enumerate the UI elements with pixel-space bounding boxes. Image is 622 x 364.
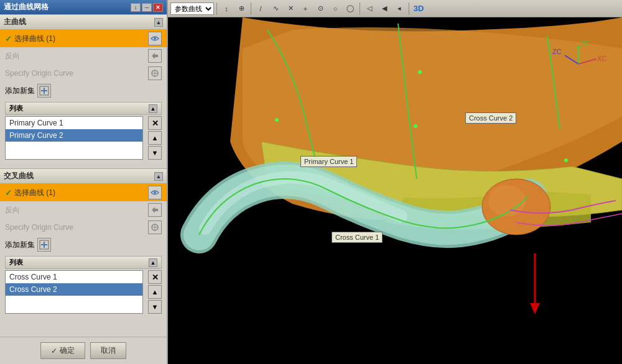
cancel-label: 取消 <box>101 345 116 356</box>
cross-list-down-btn[interactable]: ▼ <box>148 300 162 314</box>
cross-list-controls: ✕ ▲ ▼ <box>148 270 162 314</box>
svg-point-21 <box>418 70 422 74</box>
toolbar-btn-arrow-up[interactable]: ↕ <box>220 2 233 16</box>
cross-select-icon-btn[interactable] <box>148 186 162 199</box>
cross-list-delete-btn[interactable]: ✕ <box>148 270 162 284</box>
cross-list-collapse-btn[interactable]: ▲ <box>149 258 157 267</box>
primary-list-up-btn[interactable]: ▲ <box>148 131 162 145</box>
cross-list-container: Cross Curve 1 Cross Curve 2 ✕ ▲ ▼ <box>5 270 162 314</box>
cross-reverse-label: 反向 <box>5 205 146 216</box>
primary-check-icon: ✓ <box>5 34 12 43</box>
toolbar-btn-wave[interactable]: ∿ <box>269 2 282 16</box>
3d-scene: XC YC ZC <box>168 17 622 364</box>
panel-content: 主曲线 ▲ ✓ 选择曲线 (1) 反向 Specify Origin C <box>0 14 167 337</box>
panel-title: 通过曲线网格 <box>4 2 49 12</box>
toolbar-separator-1 <box>216 2 217 15</box>
primary-collapse-btn[interactable]: ▲ <box>154 18 163 27</box>
cross-curve-1-label: Cross Curve 1 <box>332 232 383 243</box>
cross-list-title: 列表 <box>9 258 23 267</box>
ok-button[interactable]: ✓ 确定 <box>40 342 85 359</box>
primary-specify-origin-icon-btn[interactable] <box>148 66 162 80</box>
primary-select-icon-btn[interactable] <box>148 32 162 45</box>
primary-select-curve-row: ✓ 选择曲线 (1) <box>0 30 167 47</box>
cross-add-new-set-btn[interactable] <box>37 238 51 252</box>
svg-point-7 <box>154 191 156 194</box>
toolbar-separator-2 <box>251 2 251 15</box>
primary-list-down-btn[interactable]: ▼ <box>148 146 162 160</box>
toolbar-btn-plus[interactable]: + <box>299 2 312 16</box>
cross-specify-origin-icon-btn[interactable] <box>148 221 162 234</box>
cross-collapse-btn[interactable]: ▲ <box>154 172 163 181</box>
toolbar-btn-small-arrow[interactable]: ◂ <box>392 2 406 16</box>
primary-add-new-set-btn[interactable] <box>37 84 51 98</box>
titlebar-buttons: ↕ ─ ✕ <box>131 3 163 12</box>
curve-type-dropdown[interactable]: 参数曲线 <box>170 2 214 15</box>
primary-reverse-label: 反向 <box>5 51 146 61</box>
cross-list-up-btn[interactable]: ▲ <box>148 285 162 299</box>
primary-list-collapse-btn[interactable]: ▲ <box>149 104 157 113</box>
add-icon <box>39 86 49 96</box>
primary-list-item-2[interactable]: Primary Curve 2 <box>6 129 142 142</box>
primary-reverse-icon-btn[interactable] <box>148 49 162 63</box>
cross-list-item-2[interactable]: Cross Curve 2 <box>6 283 142 296</box>
minimize-btn[interactable]: ─ <box>142 3 152 12</box>
toolbar-btn-3d[interactable]: 3D <box>412 2 425 16</box>
viewport[interactable]: 参数曲线 ↕ ⊕ / ∿ ✕ + ⊙ ○ ◯ ◁ ◀ ◂ 3D ▲ ▼ <box>168 0 622 364</box>
primary-select-label: 选择曲线 (1) <box>14 34 146 44</box>
toolbar-btn-circle1[interactable]: ⊙ <box>313 2 327 16</box>
bottom-buttons: ✓ 确定 取消 <box>0 337 167 364</box>
svg-text:XC: XC <box>597 55 606 62</box>
cross-reverse-icon-btn[interactable] <box>148 203 162 217</box>
ok-checkmark-icon: ✓ <box>51 347 57 355</box>
cross-reverse-icon <box>150 205 160 215</box>
svg-point-0 <box>154 37 156 40</box>
ok-label: 确定 <box>60 345 75 356</box>
toolbar-btn-add[interactable]: ⊕ <box>234 2 248 16</box>
cross-check-icon: ✓ <box>5 188 12 198</box>
svg-text:YC: YC <box>580 39 590 47</box>
origin-icon <box>150 68 160 78</box>
primary-list-header: 列表 ▲ <box>5 102 162 115</box>
primary-list-item-1[interactable]: Primary Curve 1 <box>6 117 142 129</box>
toolbar-btn-filled-arrow[interactable]: ◀ <box>378 2 391 16</box>
main-container: 通过曲线网格 ↕ ─ ✕ 主曲线 ▲ ✓ 选择曲线 (1) <box>0 0 622 364</box>
toolbar-btn-circle2[interactable]: ○ <box>328 2 342 16</box>
primary-add-new-set-row: 添加新集 <box>0 82 167 99</box>
svg-point-22 <box>564 158 568 162</box>
toolbar-btn-cross[interactable]: ✕ <box>284 2 297 16</box>
toolbar-btn-circle3[interactable]: ◯ <box>343 2 357 16</box>
cross-specify-origin-row: Specify Origin Curve <box>0 219 167 236</box>
cross-select-label: 选择曲线 (1) <box>14 188 146 198</box>
cross-add-icon <box>39 240 49 250</box>
primary-list-box: Primary Curve 1 Primary Curve 2 <box>5 116 143 160</box>
cross-list-box: Cross Curve 1 Cross Curve 2 <box>5 270 143 314</box>
primary-section-title: 主曲线 <box>4 17 26 27</box>
primary-list-container: Primary Curve 1 Primary Curve 2 ✕ ▲ ▼ <box>5 116 162 160</box>
reverse-icon <box>150 51 160 61</box>
cross-section-header: 交叉曲线 ▲ <box>0 168 167 184</box>
close-btn[interactable]: ✕ <box>153 3 163 12</box>
primary-add-new-set-label: 添加新集 <box>5 86 35 96</box>
primary-list-section: 列表 ▲ Primary Curve 1 Primary Curve 2 ✕ ▲… <box>0 99 167 162</box>
svg-point-19 <box>275 118 279 122</box>
cross-add-new-set-label: 添加新集 <box>5 240 35 250</box>
cross-list-section: 列表 ▲ Cross Curve 1 Cross Curve 2 ✕ ▲ ▼ <box>0 253 167 316</box>
curve-select-icon <box>150 34 160 43</box>
primary-list-delete-btn[interactable]: ✕ <box>148 116 162 130</box>
cancel-button[interactable]: 取消 <box>90 342 126 359</box>
toolbar-btn-arrow-left[interactable]: ◁ <box>363 2 376 16</box>
cross-origin-icon <box>150 222 160 232</box>
cross-section-title: 交叉曲线 <box>4 171 34 181</box>
toolbar-separator-3 <box>360 2 360 15</box>
cross-add-new-set-row: 添加新集 <box>0 236 167 253</box>
spacer-1 <box>0 162 167 168</box>
primary-list-title: 列表 <box>9 104 23 113</box>
restore-btn[interactable]: ↕ <box>131 3 141 12</box>
panel-titlebar: 通过曲线网格 ↕ ─ ✕ <box>0 0 167 14</box>
cross-reverse-row: 反向 <box>0 201 167 219</box>
toolbar-btn-slash[interactable]: / <box>254 2 267 16</box>
viewport-toolbar: 参数曲线 ↕ ⊕ / ∿ ✕ + ⊙ ○ ◯ ◁ ◀ ◂ 3D <box>168 0 622 17</box>
cross-curve-2-label: Cross Curve 2 <box>465 112 516 124</box>
cross-list-item-1[interactable]: Cross Curve 1 <box>6 271 142 283</box>
svg-text:ZC: ZC <box>552 48 562 55</box>
